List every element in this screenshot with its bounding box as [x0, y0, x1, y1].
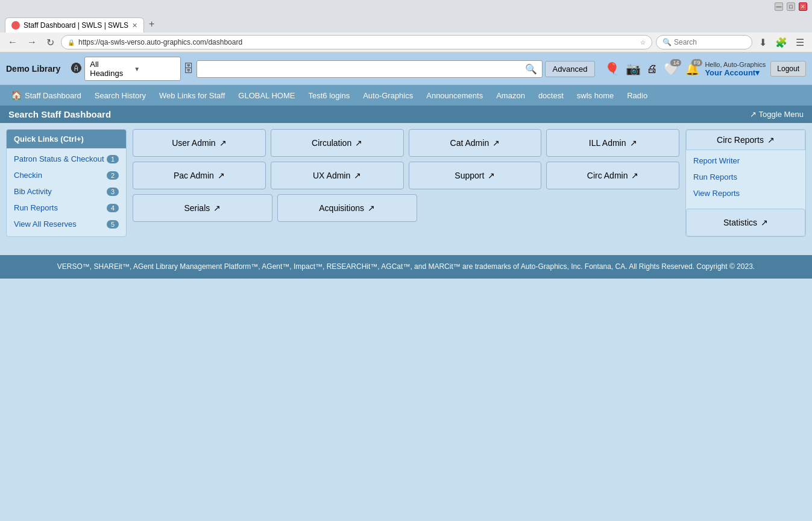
tab-bar: Staff Dashboard | SWLS | SWLS ✕ +: [0, 13, 812, 33]
circ-admin-label: Circ Admin: [587, 171, 628, 180]
nav-item-staff-dashboard[interactable]: 🏠 Staff Dashboard: [5, 85, 87, 106]
barcode-icon[interactable]: 📷: [626, 62, 641, 76]
database-icon[interactable]: 🗄: [183, 63, 194, 75]
search-icon: 🔍: [663, 38, 672, 46]
ux-admin-label: UX Admin: [313, 171, 350, 180]
library-name: Demo Library: [6, 64, 60, 74]
quick-link-patron-status[interactable]: Patron Status & Checkout 1: [7, 151, 126, 167]
run-reports-link[interactable]: Run Reports: [686, 169, 805, 185]
search-form: 🅐 All Headings ▼ 🗄 🔍 Advanced: [71, 57, 595, 81]
menu-button[interactable]: ☰: [793, 36, 807, 49]
maximize-button[interactable]: □: [787, 2, 795, 11]
serials-button[interactable]: Serials ↗: [133, 194, 272, 222]
footer-text: VERSO™, SHAREit™, AGent Library Manageme…: [57, 262, 755, 271]
nav-item-announcements[interactable]: Announcements: [420, 86, 489, 105]
grid-spacer-2: [553, 194, 679, 222]
badge-f9: F9: [691, 59, 703, 66]
refresh-button[interactable]: ↻: [43, 36, 57, 49]
quick-link-badge-1: 1: [107, 155, 119, 163]
pac-admin-button[interactable]: Pac Admin ↗: [133, 162, 266, 189]
nav-item-search-history[interactable]: Search History: [89, 86, 152, 105]
statistics-label: Statistics: [723, 218, 757, 227]
user-admin-label: User Admin: [172, 138, 215, 148]
nav-item-test6-logins[interactable]: Test6 logins: [302, 86, 356, 105]
quick-link-checkin[interactable]: Checkin 2: [7, 167, 126, 183]
account-section[interactable]: Hello, Auto-Graphics Your Account▾: [705, 61, 766, 77]
ux-admin-button[interactable]: UX Admin ↗: [271, 162, 404, 189]
statistics-arrow: ↗: [761, 218, 768, 227]
close-button[interactable]: ✕: [799, 2, 807, 11]
pac-admin-arrow: ↗: [218, 171, 225, 180]
quick-link-label-run-reports: Run Reports: [14, 203, 58, 212]
notification-icon[interactable]: 🤍 14: [664, 62, 679, 76]
nav-item-swls-home[interactable]: swls home: [571, 86, 620, 105]
nav-item-web-links[interactable]: Web Links for Staff: [153, 86, 231, 105]
acquisitions-arrow: ↗: [368, 203, 375, 213]
quick-links-panel: Quick Links (Ctrl+) Patron Status & Chec…: [6, 129, 127, 237]
report-writer-link[interactable]: Report Writer: [686, 153, 805, 169]
nav-label-radio: Radio: [627, 91, 647, 100]
address-bar-row: ← → ↻ 🔒 ☆ 🔍 ⬇ 🧩 ☰: [0, 33, 812, 52]
forward-button[interactable]: →: [24, 36, 40, 49]
search-button[interactable]: 🔍: [520, 61, 542, 77]
serials-label: Serials: [184, 203, 210, 213]
new-tab-button[interactable]: +: [144, 16, 159, 33]
support-arrow: ↗: [488, 171, 495, 180]
active-tab[interactable]: Staff Dashboard | SWLS | SWLS ✕: [5, 17, 144, 33]
nav-label-global-home: GLOBAL HOME: [238, 91, 295, 100]
circulation-button[interactable]: Circulation ↗: [271, 129, 404, 157]
support-button[interactable]: Support ↗: [409, 162, 542, 189]
statistics-button[interactable]: Statistics ↗: [686, 209, 805, 236]
acquisitions-button[interactable]: Acquisitions ↗: [277, 194, 417, 222]
nav-item-auto-graphics[interactable]: Auto-Graphics: [357, 86, 419, 105]
url-input[interactable]: [78, 38, 637, 46]
printer-icon[interactable]: 🖨: [647, 63, 658, 75]
quick-link-bib-activity[interactable]: Bib Activity 3: [7, 183, 126, 200]
nav-item-amazon[interactable]: Amazon: [490, 86, 531, 105]
browser-search-bar: 🔍: [656, 35, 752, 49]
nav-item-radio[interactable]: Radio: [621, 86, 653, 105]
circ-reports-arrow: ↗: [767, 135, 775, 145]
support-label: Support: [455, 171, 484, 180]
view-reports-link[interactable]: View Reports: [686, 185, 805, 201]
back-button[interactable]: ←: [5, 36, 20, 49]
circ-reports-header[interactable]: Circ Reports ↗: [686, 130, 805, 150]
cat-admin-button[interactable]: Cat Admin ↗: [409, 129, 542, 157]
topbar-icons: 🎈 📷 🖨 🤍 14 🔔 F9: [605, 62, 700, 76]
quick-link-view-all-reserves[interactable]: View All Reserves 5: [7, 216, 126, 232]
main-content: Quick Links (Ctrl+) Patron Status & Chec…: [0, 123, 812, 243]
extensions-button[interactable]: 🧩: [772, 36, 790, 49]
nav-label-doctest: doctest: [538, 91, 564, 100]
app-navbar: 🏠 Staff Dashboard Search History Web Lin…: [0, 85, 812, 106]
logout-button[interactable]: Logout: [770, 61, 806, 77]
dashboard-header: Search Staff Dashboard ↗ Toggle Menu: [0, 106, 812, 123]
cat-admin-arrow: ↗: [493, 138, 500, 148]
nav-label-amazon: Amazon: [496, 91, 525, 100]
app-container: Demo Library 🅐 All Headings ▼ 🗄 🔍 Advanc…: [0, 53, 812, 279]
search-type-select[interactable]: All Headings ▼: [84, 57, 181, 81]
circ-admin-button[interactable]: Circ Admin ↗: [546, 162, 679, 189]
advanced-button[interactable]: Advanced: [545, 61, 596, 77]
downloads-button[interactable]: ⬇: [756, 36, 770, 49]
circ-admin-arrow: ↗: [631, 171, 638, 180]
window-controls: — □ ✕: [775, 2, 807, 11]
minimize-button[interactable]: —: [775, 2, 783, 11]
browser-search-input[interactable]: [674, 38, 746, 46]
your-account-link[interactable]: Your Account▾: [705, 68, 766, 77]
quick-link-badge-5: 5: [107, 220, 119, 229]
nav-item-doctest[interactable]: doctest: [532, 86, 570, 105]
toggle-menu-button[interactable]: ↗ Toggle Menu: [750, 110, 804, 119]
balloon-icon[interactable]: 🎈: [605, 62, 620, 76]
ill-admin-button[interactable]: ILL Admin ↗: [546, 129, 679, 157]
search-type-label: All Headings: [90, 60, 131, 78]
nav-item-global-home[interactable]: GLOBAL HOME: [232, 86, 301, 105]
search-input[interactable]: [197, 62, 520, 77]
nav-label-announcements: Announcements: [426, 91, 483, 100]
user-admin-button[interactable]: User Admin ↗: [133, 129, 266, 157]
bell-icon[interactable]: 🔔 F9: [685, 62, 700, 76]
quick-link-run-reports[interactable]: Run Reports 4: [7, 200, 126, 216]
tab-close-button[interactable]: ✕: [132, 22, 137, 30]
ill-admin-label: ILL Admin: [589, 138, 626, 148]
grid-row-2: Pac Admin ↗ UX Admin ↗ Support ↗ Circ Ad…: [133, 162, 679, 189]
star-icon[interactable]: ☆: [640, 39, 646, 46]
